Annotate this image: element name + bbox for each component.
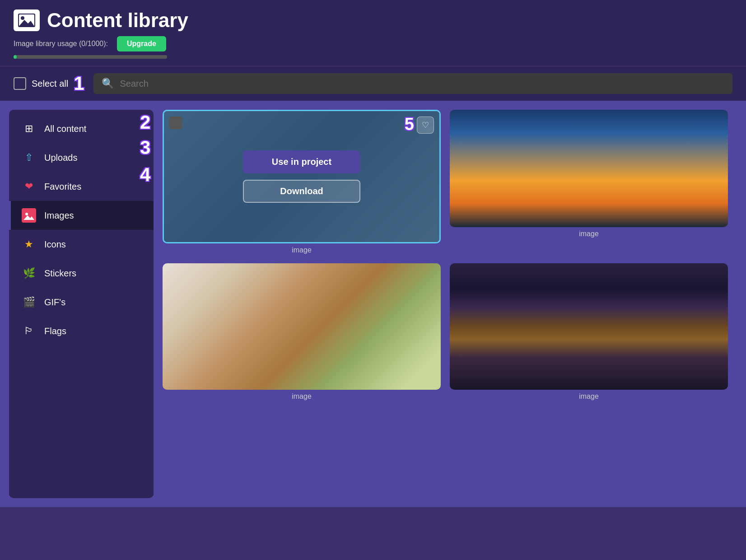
sidebar-item-stickers[interactable]: 🌿 Stickers (9, 259, 154, 288)
sidebar-item-uploads[interactable]: ⇧ Uploads (9, 143, 154, 172)
main-content: ⊞ All content ⇧ Uploads ❤ Favorites Imag… (0, 101, 746, 507)
svg-rect-7 (172, 119, 180, 127)
star-icon: ★ (22, 237, 36, 252)
gallery-item-2[interactable]: image (450, 110, 728, 254)
sidebar-item-all-content[interactable]: ⊞ All content (9, 114, 154, 143)
gallery-item-inner-4 (450, 263, 728, 390)
select-all-checkbox[interactable] (14, 77, 26, 90)
gallery-item-3[interactable]: image (163, 263, 441, 401)
sidebar-item-label: Icons (44, 239, 66, 250)
upload-icon: ⇧ (22, 150, 36, 165)
hover-overlay-1: Use in project Download (164, 111, 439, 242)
download-button[interactable]: Download (243, 180, 360, 203)
image-icon (22, 208, 36, 223)
header: Content library Image library usage (0/1… (0, 0, 746, 66)
sidebar-item-label: Favorites (44, 182, 81, 192)
svg-point-2 (21, 16, 24, 20)
gallery-item-inner-1: 5 ♡ Use in project Download (163, 110, 441, 243)
gallery-label-3: image (163, 392, 441, 401)
sidebar-item-label: Images (44, 210, 74, 221)
progress-bar-fill (14, 55, 17, 59)
header-title-row: Content library (14, 9, 732, 32)
sidebar-item-label: Flags (44, 326, 66, 336)
select-all-label[interactable]: Select all (32, 79, 68, 89)
gallery-item-inner-3 (163, 263, 441, 390)
select-all-area: Select all 1 (14, 73, 84, 94)
sidebar-item-gifs[interactable]: 🎬 GIF's (9, 288, 154, 317)
sidebar-item-label: All content (44, 124, 86, 134)
usage-row: Image library usage (0/1000): Upgrade (14, 36, 732, 51)
search-bar: 🔍 (93, 73, 732, 94)
flags-icon: 🏳 (22, 324, 36, 338)
image-city-night (450, 263, 728, 390)
sidebar: ⊞ All content ⇧ Uploads ❤ Favorites Imag… (9, 110, 154, 498)
gallery-item-4[interactable]: image (450, 263, 728, 401)
toolbar-annotation-1: 1 (74, 73, 84, 94)
page-title: Content library (47, 9, 188, 32)
sidebar-item-label: Stickers (44, 268, 76, 279)
sidebar-item-images[interactable]: Images (9, 201, 154, 230)
gallery-label-2: image (450, 230, 728, 238)
gallery-label-1: image (163, 246, 441, 254)
gallery-label-4: image (450, 392, 728, 401)
search-input[interactable] (120, 79, 724, 89)
upgrade-button[interactable]: Upgrade (117, 36, 166, 51)
gallery-item-inner-2 (450, 110, 728, 227)
favorite-button-1[interactable]: ♡ (417, 117, 434, 134)
heart-icon: ❤ (22, 179, 36, 194)
sticker-icon: 🌿 (22, 266, 36, 280)
svg-point-5 (25, 213, 28, 215)
gif-icon: 🎬 (22, 295, 36, 309)
sidebar-item-label: Uploads (44, 153, 77, 163)
gallery: 2 3 4 5 ♡ Use in project Download image (154, 110, 737, 498)
gallery-item-1[interactable]: 2 3 4 5 ♡ Use in project Download image (163, 110, 441, 254)
progress-bar-container (14, 55, 167, 59)
app-icon (14, 9, 40, 31)
sidebar-item-flags[interactable]: 🏳 Flags (9, 317, 154, 345)
sidebar-item-favorites[interactable]: ❤ Favorites (9, 172, 154, 201)
image-city-sunset (450, 110, 728, 227)
usage-label: Image library usage (0/1000): (14, 40, 108, 48)
image-flowers (163, 263, 441, 390)
sidebar-item-label: GIF's (44, 297, 65, 308)
sidebar-item-icons[interactable]: ★ Icons (9, 230, 154, 259)
toolbar: Select all 1 🔍 (0, 66, 746, 101)
search-icon: 🔍 (102, 78, 114, 89)
use-in-project-button[interactable]: Use in project (243, 150, 360, 173)
grid-icon: ⊞ (22, 121, 36, 136)
item-checkbox-1[interactable] (169, 117, 182, 129)
